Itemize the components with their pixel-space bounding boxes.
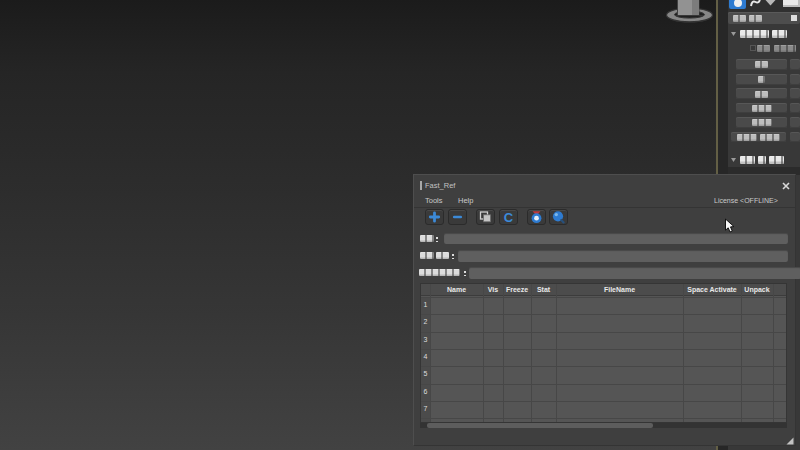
svg-text:C: C [504,209,514,224]
